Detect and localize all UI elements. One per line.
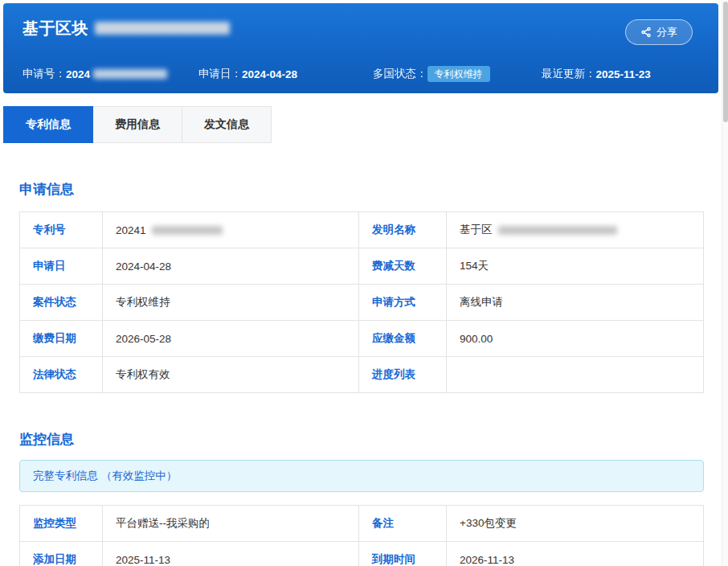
header: 基于区块 分享 申请号： (3, 3, 718, 93)
field-value: 基于区 (447, 212, 704, 248)
field-value (447, 357, 704, 393)
patent-detail-page: 基于区块 分享 申请号： (0, 3, 722, 566)
tab-fee-info[interactable]: 费用信息 (93, 106, 182, 143)
field-value: 2024-04-28 (102, 248, 358, 285)
field-label: 添加日期 (20, 542, 103, 566)
field-label: 费减天数 (359, 248, 447, 285)
application-date-value: 2024-04-28 (242, 68, 297, 80)
tab-bar: 专利信息 费用信息 发文信息 (3, 106, 722, 143)
table-row: 案件状态 专利权维持 申请方式 离线申请 (20, 285, 704, 321)
field-value: +330包变更 (447, 506, 704, 542)
scrollbar-thumb[interactable] (723, 2, 728, 122)
section-title-application-info: 申请信息 (19, 180, 704, 199)
redacted-invention-name-block (498, 226, 617, 235)
invention-name-value: 基于区 (460, 224, 493, 236)
content-area: 申请信息 专利号 20241 发明名称 基于区 申请日 (0, 180, 722, 566)
patent-number-value: 20241 (116, 224, 146, 236)
field-value: 专利权有效 (102, 357, 358, 393)
table-row: 申请日 2024-04-28 费减天数 154天 (20, 248, 704, 285)
field-label: 监控类型 (20, 506, 103, 542)
application-date-field: 申请日： 2024-04-28 (198, 67, 373, 81)
table-row: 缴费日期 2026-05-28 应缴金额 900.00 (20, 321, 704, 357)
application-info-table: 专利号 20241 发明名称 基于区 申请日 2024-04-28 费减天数 (19, 211, 704, 393)
table-row: 监控类型 平台赠送--我采购的 备注 +330包变更 (20, 506, 704, 542)
page-title-text: 基于区块 (22, 18, 88, 39)
field-label: 申请日 (20, 248, 103, 285)
vertical-scrollbar[interactable] (722, 0, 728, 566)
field-label: 缴费日期 (20, 321, 103, 357)
last-update-label: 最近更新： (542, 67, 596, 81)
share-icon (640, 27, 652, 38)
last-update-value: 2025-11-23 (596, 68, 651, 80)
application-number-value: 2024 (66, 68, 90, 80)
field-value: 2025-11-13 (102, 542, 358, 566)
field-label: 发明名称 (359, 212, 447, 248)
multi-country-status-label: 多国状态： (373, 67, 427, 81)
last-update-field: 最近更新： 2025-11-23 (542, 67, 651, 81)
field-value: 20241 (102, 212, 358, 248)
table-row: 专利号 20241 发明名称 基于区 (20, 212, 704, 248)
field-label: 备注 (359, 506, 447, 542)
tab-patent-info[interactable]: 专利信息 (3, 106, 93, 143)
field-value: 900.00 (447, 321, 704, 357)
field-label: 法律状态 (20, 357, 103, 393)
header-meta-row: 申请号： 2024 申请日： 2024-04-28 多国状态： 专利权维持 最近… (22, 66, 699, 82)
field-label: 应缴金额 (359, 321, 447, 357)
application-date-label: 申请日： (198, 67, 242, 81)
field-label: 专利号 (20, 212, 103, 248)
redacted-patent-number-block (152, 226, 223, 235)
field-value: 平台赠送--我采购的 (102, 506, 358, 542)
field-value: 离线申请 (447, 285, 704, 321)
application-number-field: 申请号： 2024 (22, 67, 198, 81)
tab-document-info[interactable]: 发文信息 (182, 106, 272, 143)
page-title: 基于区块 (22, 18, 230, 39)
share-button[interactable]: 分享 (625, 19, 693, 45)
table-row: 法律状态 专利权有效 进度列表 (20, 357, 704, 393)
status-badge: 专利权维持 (427, 66, 490, 82)
section-title-monitor-info: 监控信息 (19, 430, 704, 449)
field-label: 进度列表 (359, 357, 447, 393)
multi-country-status-field: 多国状态： 专利权维持 (373, 66, 542, 82)
redacted-application-number-block (93, 69, 167, 79)
field-value: 2026-05-28 (102, 321, 358, 357)
field-value: 154天 (447, 248, 704, 285)
field-label: 案件状态 (20, 285, 103, 321)
share-button-label: 分享 (656, 25, 677, 39)
monitor-status-banner: 完整专利信息 （有效监控中） (19, 460, 704, 492)
table-row: 添加日期 2025-11-13 到期时间 2026-11-13 (20, 542, 704, 566)
monitor-info-table: 监控类型 平台赠送--我采购的 备注 +330包变更 添加日期 2025-11-… (19, 505, 704, 566)
field-label: 申请方式 (359, 285, 447, 321)
field-value: 2026-11-13 (447, 542, 704, 566)
field-label: 到期时间 (359, 542, 447, 566)
redacted-title-block (95, 22, 230, 35)
field-value: 专利权维持 (102, 285, 358, 321)
application-number-label: 申请号： (22, 67, 66, 81)
